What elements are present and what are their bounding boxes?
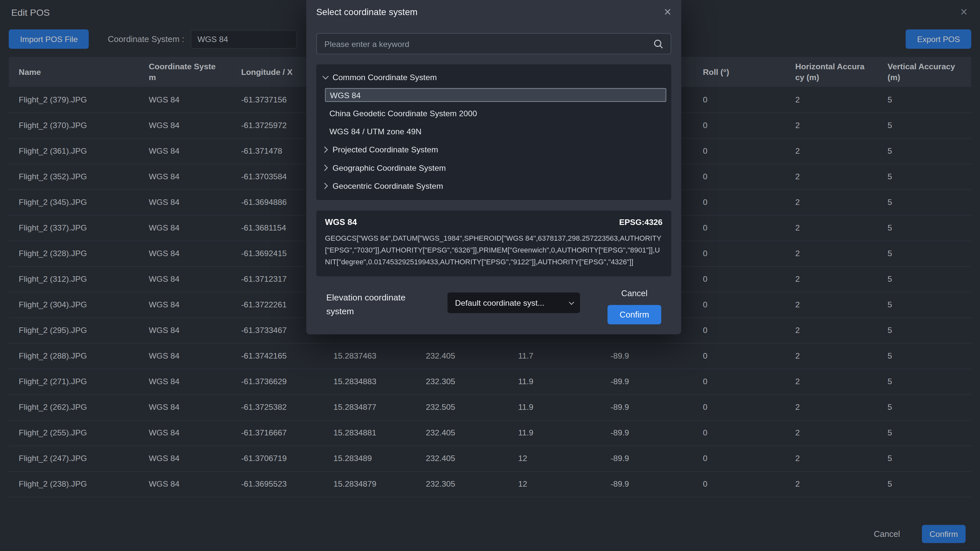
tree-section-header[interactable]: Geographic Coordinate System	[316, 159, 671, 177]
tree-section-header[interactable]: Common Coordinate System	[316, 68, 671, 86]
tree-section: Projected Coordinate System	[316, 141, 671, 159]
detail-name: WGS 84	[325, 218, 357, 227]
search-box	[316, 33, 671, 54]
search-icon[interactable]	[653, 38, 664, 49]
elevation-dropdown[interactable]: Default coordinate syst...	[448, 292, 580, 313]
tree-section-header[interactable]: Geocentric Coordinate System	[316, 177, 671, 195]
chevron-right-icon	[321, 146, 328, 153]
tree-section-label: Projected Coordinate System	[332, 145, 438, 155]
tree-section: Common Coordinate SystemWGS 84China Geod…	[316, 68, 671, 141]
tree-section-header[interactable]: Projected Coordinate System	[316, 141, 671, 159]
chevron-down-icon	[569, 299, 574, 304]
dialog-title: Select coordinate system	[316, 7, 417, 17]
tree-section: Geographic Coordinate System	[316, 159, 671, 177]
tree-section-label: Geocentric Coordinate System	[332, 181, 443, 191]
coordinate-detail: WGS 84 EPSG:4326 GEOGCS["WGS 84",DATUM["…	[316, 211, 671, 276]
coordinate-tree: Common Coordinate SystemWGS 84China Geod…	[316, 64, 671, 200]
dialog-header: Select coordinate system ×	[306, 0, 681, 24]
dialog-body: Common Coordinate SystemWGS 84China Geod…	[306, 24, 681, 334]
chevron-right-icon	[321, 183, 328, 189]
tree-item[interactable]: WGS 84 / UTM zone 49N	[325, 122, 667, 141]
elevation-label: Elevation coordinate system	[326, 285, 421, 318]
chevron-right-icon	[321, 165, 328, 171]
screen: Edit POS × Import POS File Coordinate Sy…	[0, 0, 980, 551]
chevron-down-icon	[323, 73, 329, 79]
detail-epsg-code: EPSG:4326	[619, 218, 662, 227]
detail-wkt: GEOGCS["WGS 84",DATUM["WGS_1984",SPHEROI…	[325, 232, 663, 268]
tree-item[interactable]: China Geodetic Coordinate System 2000	[325, 105, 667, 122]
elevation-dropdown-value: Default coordinate syst...	[455, 298, 544, 308]
dialog-cancel-button[interactable]: Cancel	[617, 286, 651, 301]
dialog-footer: Elevation coordinate system Default coor…	[316, 276, 671, 334]
dialog-confirm-button[interactable]: Confirm	[608, 305, 662, 324]
tree-section: Geocentric Coordinate System	[316, 177, 671, 195]
dialog-actions: Cancel Confirm	[608, 286, 662, 324]
tree-item-selected[interactable]: WGS 84	[325, 88, 667, 102]
select-coordinate-system-dialog: Select coordinate system × Common Coordi…	[306, 0, 681, 334]
detail-header: WGS 84 EPSG:4326	[325, 218, 663, 227]
tree-section-label: Geographic Coordinate System	[332, 163, 445, 173]
search-input[interactable]	[325, 39, 648, 49]
dialog-close-icon[interactable]: ×	[664, 6, 671, 18]
tree-section-label: Common Coordinate System	[332, 73, 437, 82]
